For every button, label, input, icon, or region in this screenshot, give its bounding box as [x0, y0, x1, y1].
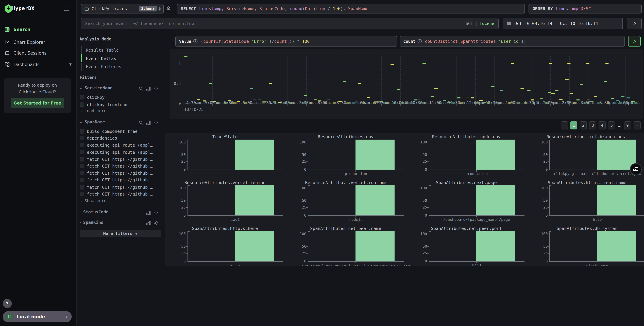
pin-icon[interactable] — [154, 210, 158, 216]
pin-icon[interactable] — [154, 120, 158, 126]
mini-bar[interactable] — [235, 185, 274, 215]
sidebar-item-search[interactable]: Search — [0, 24, 76, 34]
filter-option[interactable]: fetch GET https://github.… — [80, 164, 153, 169]
search-icon[interactable] — [139, 86, 143, 92]
filter-group-icons — [139, 120, 158, 126]
pagination-page-3[interactable]: 3 — [589, 121, 596, 129]
value-expression-input[interactable]: Value i (countIf(StatusCode='Error')/cou… — [176, 36, 397, 47]
filter-group-statuscode[interactable]: ›StatusCode — [80, 209, 108, 214]
filter-option[interactable]: executing api route (app)… — [80, 143, 153, 148]
pagination-page-1[interactable]: 1 — [570, 121, 578, 129]
chart-icon[interactable] — [146, 220, 151, 227]
delta-dash — [209, 83, 212, 84]
filter-option[interactable]: build component tree — [80, 129, 138, 134]
source-selector[interactable]: ClickPy Traces Schema ▲▼ — [81, 4, 164, 14]
mini-y-label: 100 — [179, 186, 186, 190]
mini-bar[interactable] — [356, 139, 394, 170]
load-more-link[interactable]: ›Load more — [80, 109, 106, 113]
pagination-page-4[interactable]: 4 — [599, 121, 606, 129]
chart-icon[interactable] — [146, 210, 151, 216]
date-range-picker[interactable]: Oct 10 04:16:14 - Oct 10 16:16:14 — [502, 18, 623, 29]
analysis-mode-event-deltas[interactable]: Event Deltas — [86, 54, 116, 62]
mini-bar[interactable] — [235, 231, 274, 261]
delta-dash — [555, 90, 558, 91]
chart-icon[interactable] — [146, 120, 151, 126]
checkbox[interactable] — [80, 136, 84, 140]
checkbox[interactable] — [80, 102, 84, 107]
sidebar-item-dashboards[interactable]: Dashboards▼ — [0, 59, 76, 69]
local-mode-button[interactable]: U Local mode › — [3, 311, 72, 322]
checkbox[interactable] — [80, 150, 84, 154]
sidebar-collapse-icon[interactable] — [64, 6, 69, 11]
mini-bar[interactable] — [476, 231, 515, 261]
checkbox[interactable] — [80, 157, 84, 161]
run-query-button[interactable] — [628, 36, 641, 47]
schema-badge[interactable]: Schema — [139, 6, 157, 12]
sidebar-item-chart-explorer[interactable]: Chart Explorer — [0, 37, 76, 47]
pagination-prev[interactable]: ‹ — [561, 121, 568, 129]
filter-group-spankind[interactable]: ›SpanKind — [80, 220, 104, 225]
chart-icon[interactable] — [146, 86, 151, 92]
mini-bar[interactable] — [476, 139, 515, 170]
delta-dash — [568, 63, 571, 64]
mini-bar[interactable] — [476, 185, 515, 215]
filter-option[interactable]: fetch GET https://github.… — [80, 171, 153, 176]
show-more-link[interactable]: ›Show more — [80, 199, 106, 203]
search-input[interactable]: Search your events w/ Lucene ex. column:… — [81, 18, 498, 29]
mini-y-axis — [308, 185, 308, 215]
clickhouse-cloud-promo: Ready to deploy on ClickHouse Cloud? Get… — [4, 78, 71, 113]
checkbox[interactable] — [80, 171, 84, 175]
help-button[interactable]: ? — [3, 299, 12, 308]
count-expression-input[interactable]: Count i countDistinct(SpanAttributes['us… — [400, 36, 625, 47]
mini-y-axis-cap — [187, 185, 189, 186]
pagination-next[interactable]: › — [634, 121, 640, 129]
mini-bar[interactable] — [356, 185, 394, 215]
gear-icon[interactable]: ⚙ — [166, 6, 171, 12]
pagination-page-2[interactable]: 2 — [580, 121, 587, 129]
x-gridline — [194, 56, 194, 103]
pin-icon[interactable] — [154, 86, 158, 92]
pin-icon[interactable] — [154, 220, 158, 227]
filter-group-servicename[interactable]: ⌄ServiceName — [80, 85, 112, 90]
analysis-mode-results-table[interactable]: Results Table — [86, 46, 119, 54]
pagination-page-9[interactable]: 9 — [624, 121, 631, 129]
checkbox[interactable] — [80, 129, 84, 133]
filter-option[interactable]: fetch GET https://github.… — [80, 177, 153, 182]
mini-bar[interactable] — [235, 139, 274, 170]
filter-group-spanname[interactable]: ⌄SpanName — [80, 119, 105, 124]
mode-sql[interactable]: SQL — [466, 21, 473, 26]
checkbox[interactable] — [80, 164, 84, 168]
x-tick-label: 7:00am — [280, 100, 295, 105]
checkbox[interactable] — [80, 95, 84, 99]
mini-y-tick — [186, 246, 187, 247]
mini-y-label: 50 — [543, 244, 548, 249]
checkbox[interactable] — [80, 185, 84, 189]
checkbox[interactable] — [80, 178, 84, 182]
select-query-input[interactable]: SELECT Timestamp, ServiceName, StatusCod… — [177, 4, 525, 14]
filter-option[interactable]: executing api route (app)… — [80, 149, 153, 154]
filter-option[interactable]: dependencies — [80, 135, 117, 140]
filter-option[interactable]: fetch GET https://github.… — [80, 156, 153, 162]
chart-settings-fab[interactable] — [630, 163, 642, 175]
mini-chart-title: ResourceAttributes.vercel.region — [164, 180, 285, 185]
mini-bar[interactable] — [597, 231, 636, 261]
filter-option[interactable]: clickpy-frontend — [80, 102, 128, 107]
filter-option[interactable]: fetch GET https://github.… — [80, 185, 153, 190]
filter-option[interactable]: clickpy — [80, 95, 104, 100]
checkbox[interactable] — [80, 143, 84, 147]
search-icon[interactable] — [139, 120, 143, 126]
mode-lucene[interactable]: Lucene — [480, 21, 494, 26]
orderby-input[interactable]: ORDER BY Timestamp DESC — [528, 4, 642, 14]
more-filters-button[interactable]: More filters ▼ — [80, 230, 161, 237]
sidebar-item-client-sessions[interactable]: Client Sessions — [0, 48, 76, 58]
mini-bar[interactable] — [597, 139, 636, 170]
mini-bar[interactable] — [597, 185, 636, 215]
pagination-page-5[interactable]: 5 — [608, 121, 615, 129]
search-run-button[interactable] — [627, 18, 642, 29]
checkbox[interactable] — [80, 192, 84, 196]
get-started-button[interactable]: Get Started for Free — [11, 98, 64, 108]
filter-group-icons — [146, 210, 158, 216]
analysis-mode-event-patterns[interactable]: Event Patterns — [86, 63, 121, 71]
filter-option[interactable]: fetch GET https://github.… — [80, 192, 153, 197]
mini-bar[interactable] — [356, 231, 394, 261]
